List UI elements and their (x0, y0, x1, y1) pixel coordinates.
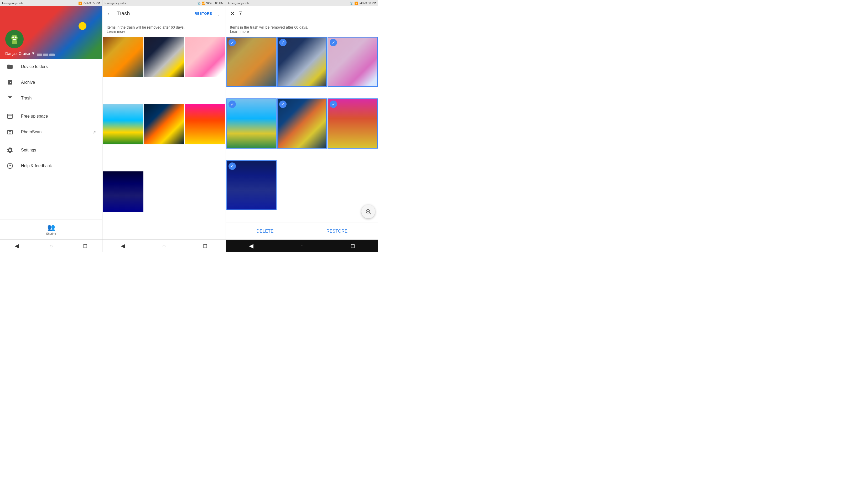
right-photo-fish[interactable]: ✓ (277, 98, 327, 148)
right-photo-flowers[interactable]: ✓ (327, 37, 378, 87)
right-photo-grid: ✓ ✓ ✓ ✓ (226, 36, 378, 222)
user-email-area (37, 54, 55, 56)
check-galaxy: ✓ (229, 162, 236, 170)
free-up-space-icon (6, 113, 14, 120)
svg-rect-5 (7, 114, 12, 119)
close-icon[interactable]: ✕ (230, 10, 235, 17)
right-photo-galaxy[interactable]: ✓ (226, 160, 277, 211)
photo-fish-img (144, 104, 184, 145)
photo-item-autumn[interactable] (103, 37, 143, 77)
archive-icon (6, 79, 14, 86)
left-nav-bar: ◀ ○ □ (0, 239, 102, 252)
right-trash-info: Items in the trash will be removed after… (226, 21, 378, 36)
back-button[interactable]: ◀ (12, 241, 22, 251)
check-crystal: ✓ (279, 39, 287, 46)
photo-ocean-img (103, 104, 143, 145)
right-recent-button[interactable]: □ (348, 241, 358, 251)
photo-item-galaxy[interactable] (103, 172, 143, 212)
svg-point-3 (15, 36, 17, 38)
middle-status-icons: 📡 📶 94% 3:06 PM (197, 2, 224, 5)
photo-crystal-img (144, 37, 184, 77)
restore-button[interactable]: RESTORE (195, 12, 212, 16)
sidebar-label-free-up-space: Free up space (21, 114, 48, 119)
sharing-button[interactable]: 👥 Sharing (0, 219, 102, 239)
svg-point-0 (11, 35, 18, 41)
middle-recent-button[interactable]: □ (200, 241, 210, 251)
right-status-bar: Emergency calls... 📡 📶 94% 3:06 PM (226, 0, 378, 6)
trash-title: Trash (117, 11, 191, 17)
dropdown-arrow-icon[interactable]: ▾ (32, 50, 34, 56)
sidebar-item-trash[interactable]: Trash (0, 90, 102, 106)
svg-line-10 (369, 213, 371, 214)
selection-count: 7 (239, 11, 374, 17)
help-icon (6, 162, 14, 169)
sidebar-label-help-feedback: Help & feedback (21, 164, 52, 168)
sidebar-nav: Device folders Archive Trash (0, 59, 102, 219)
bottom-actions-bar: Delete Restore (226, 222, 378, 239)
middle-home-button[interactable]: ○ (159, 241, 169, 251)
folder-icon (6, 63, 14, 70)
right-learn-more-link[interactable]: Learn more (230, 30, 249, 34)
photo-item-ocean[interactable] (103, 104, 143, 145)
photo-item-fish[interactable] (144, 104, 184, 145)
sidebar-label-device-folders: Device folders (21, 64, 48, 69)
svg-rect-1 (12, 40, 17, 44)
sidebar-item-archive[interactable]: Archive (0, 75, 102, 90)
check-fish: ✓ (279, 101, 287, 108)
home-button[interactable]: ○ (46, 241, 56, 251)
nav-divider-2 (0, 141, 102, 141)
right-status-emergency: Emergency calls... (228, 2, 252, 5)
svg-rect-4 (13, 39, 16, 40)
photoscan-icon (6, 128, 14, 136)
trash-info: Items in the trash will be removed after… (103, 21, 226, 36)
right-photo-autumn[interactable]: ✓ (226, 37, 277, 87)
photo-item-flowers[interactable] (185, 37, 225, 77)
photo-item-sunset[interactable] (185, 104, 225, 145)
sidebar-item-help-feedback[interactable]: Help & feedback (0, 158, 102, 174)
sidebar-label-archive: Archive (21, 80, 35, 85)
user-name: Danjas Cruise (5, 51, 30, 56)
svg-point-2 (12, 36, 14, 38)
external-link-icon: ↗ (92, 130, 96, 135)
middle-back-button[interactable]: ◀ (118, 241, 128, 251)
left-status-emergency: Emergency calls... (2, 2, 26, 5)
photo-galaxy-img (103, 172, 143, 212)
sidebar-item-device-folders[interactable]: Device folders (0, 59, 102, 75)
photo-item-crystal[interactable] (144, 37, 184, 77)
delete-button[interactable]: Delete (256, 229, 274, 234)
avatar (5, 30, 24, 48)
user-name-row: Danjas Cruise ▾ (5, 50, 34, 56)
sidebar-item-free-up-space[interactable]: Free up space (0, 108, 102, 124)
trash-photo-grid (103, 36, 226, 239)
right-photo-ocean[interactable]: ✓ (226, 98, 277, 148)
middle-status-emergency: Emergency calls... (105, 2, 128, 5)
sidebar-label-trash: Trash (21, 96, 32, 101)
right-nav-bar: ◀ ○ □ (226, 239, 378, 252)
sidebar-item-photoscan[interactable]: PhotoScan ↗ (0, 124, 102, 140)
sharing-icon: 👥 (47, 224, 55, 231)
profile-header: Danjas Cruise ▾ (0, 6, 102, 59)
zoom-fab[interactable] (361, 205, 375, 218)
sidebar-label-photoscan: PhotoScan (21, 130, 41, 134)
right-home-button[interactable]: ○ (297, 241, 307, 251)
more-options-icon[interactable]: ⋮ (216, 11, 221, 17)
trash-header: ← Trash RESTORE ⋮ (103, 6, 226, 21)
right-photo-crystal[interactable]: ✓ (277, 37, 327, 87)
settings-icon (6, 146, 14, 154)
left-status-icons: 📶 95% 3:05 PM (78, 2, 100, 5)
right-photo-sunset[interactable]: ✓ (327, 98, 378, 148)
restore-action-button[interactable]: Restore (326, 229, 348, 234)
sidebar-label-settings: Settings (21, 148, 36, 152)
sharing-label: Sharing (46, 232, 56, 235)
svg-point-7 (9, 131, 11, 133)
nav-divider-1 (0, 107, 102, 107)
back-arrow-icon[interactable]: ← (107, 10, 112, 17)
right-back-button[interactable]: ◀ (246, 241, 256, 251)
middle-nav-bar: ◀ ○ □ (103, 239, 226, 252)
recent-button[interactable]: □ (80, 241, 90, 251)
learn-more-link[interactable]: Learn more (107, 30, 126, 34)
right-trash-header: ✕ 7 (226, 6, 378, 21)
check-autumn: ✓ (229, 39, 236, 46)
sidebar-item-settings[interactable]: Settings (0, 142, 102, 158)
left-status-bar: Emergency calls... 📶 95% 3:05 PM (0, 0, 102, 6)
